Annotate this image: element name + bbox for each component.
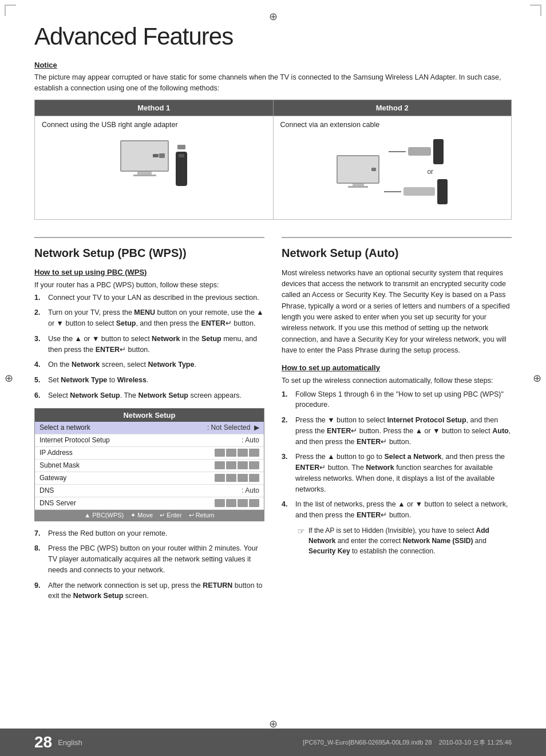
method1-desc-cell: Connect using the USB right angle adapte…: [35, 116, 274, 219]
network-row-dns-server: DNS Server: [35, 497, 264, 510]
method1-header: Method 1: [35, 100, 274, 116]
notice-text: The picture may appear corrupted or have…: [34, 72, 512, 94]
pbc-step-7: 7. Press the Red button on your remote.: [34, 528, 264, 539]
page-title: Advanced Features: [34, 23, 512, 50]
pbc-step-5: 5. Set Network Type to Wireless.: [34, 375, 264, 386]
network-setup-box-title: Network Setup: [35, 409, 264, 422]
pbc-step-8: 8. Press the PBC (WPS) button on your ro…: [34, 543, 264, 575]
page-language: English: [58, 738, 82, 747]
methods-table: Method 1 Method 2 Connect using the USB …: [34, 100, 512, 220]
auto-step-4: 4. In the list of networks, press the ▲ …: [282, 499, 512, 521]
pbc-title: Network Setup (PBC (WPS)): [34, 247, 264, 260]
auto-subsection: How to set up automatically: [282, 363, 512, 372]
pbc-step-1: 1. Connect your TV to your LAN as descri…: [34, 292, 264, 303]
auto-intro: To set up the wireless connection automa…: [282, 377, 512, 385]
auto-body-text: Most wireless networks have an optional …: [282, 268, 512, 357]
network-row-gateway: Gateway: [35, 472, 264, 485]
method1-illustration: [42, 129, 266, 215]
pbc-step-4: 4. On the Network screen, select Network…: [34, 359, 264, 370]
network-row-select: Select a network : Not Selected ▶: [35, 422, 264, 434]
method2-illustration: or: [280, 129, 505, 215]
bottom-bar: 28 English [PC670_W-Euro]BN68-02695A-00L…: [0, 729, 546, 756]
network-row-subnet: Subnet Mask: [35, 460, 264, 472]
two-column-layout: Network Setup (PBC (WPS)) How to set up …: [34, 237, 512, 607]
notice-section: Notice The picture may appear corrupted …: [34, 61, 512, 94]
pbc-step-3: 3. Use the ▲ or ▼ button to select Netwo…: [34, 334, 264, 355]
pbc-step-6: 6. Select Network Setup. The Network Set…: [34, 390, 264, 401]
auto-step-2: 2. Press the ▼ button to select Internet…: [282, 415, 512, 447]
pbc-subsection: How to set up using PBC (WPS): [34, 268, 264, 276]
auto-note: ☞ If the AP is set to Hidden (Invisible)…: [298, 525, 512, 556]
method2-description: Connect via an extension cable: [280, 121, 505, 129]
page-number: 28: [34, 733, 52, 751]
pbc-section: Network Setup (PBC (WPS)) How to set up …: [34, 237, 264, 607]
pbc-step-9: 9. After the network connection is set u…: [34, 580, 264, 602]
network-row-ip: IP Address: [35, 447, 264, 460]
network-setup-footer: ▲ PBC(WPS) ✦ Move ↵ Enter ↩ Return: [35, 510, 264, 521]
footer-file: [PC670_W-Euro]BN68-02695A-00L09.indb 28 …: [303, 738, 512, 747]
method2-desc-cell: Connect via an extension cable: [273, 116, 512, 219]
pbc-intro: If your router has a PBC (WPS) button, f…: [34, 281, 264, 289]
method1-description: Connect using the USB right angle adapte…: [42, 121, 266, 129]
auto-title: Network Setup (Auto): [282, 247, 512, 260]
network-row-protocol: Internet Protocol Setup : Auto: [35, 434, 264, 447]
pbc-steps: 1. Connect your TV to your LAN as descri…: [34, 292, 264, 401]
pbc-steps-after: 7. Press the Red button on your remote. …: [34, 528, 264, 602]
auto-step-3: 3. Press the ▲ button to go to Select a …: [282, 452, 512, 494]
auto-steps: 1. Follow Steps 1 through 6 in the "How …: [282, 389, 512, 521]
network-row-dns: DNS : Auto: [35, 485, 264, 497]
pbc-step-2: 2. Turn on your TV, press the MENU butto…: [34, 307, 264, 329]
auto-step-1: 1. Follow Steps 1 through 6 in the "How …: [282, 389, 512, 411]
network-setup-box: Network Setup Select a network : Not Sel…: [34, 408, 264, 521]
method2-header: Method 2: [273, 100, 512, 116]
auto-section: Network Setup (Auto) Most wireless netwo…: [282, 237, 512, 607]
notice-heading: Notice: [34, 61, 512, 69]
